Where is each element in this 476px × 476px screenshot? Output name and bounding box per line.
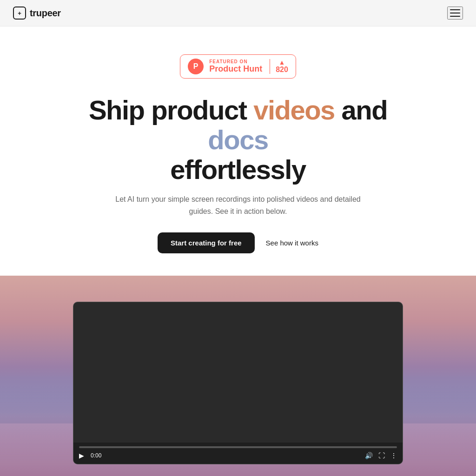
- headline-part3: effortlessly: [170, 154, 305, 185]
- navbar: + trupeer: [0, 0, 476, 26]
- logo-area: + trupeer: [13, 7, 61, 20]
- play-button[interactable]: ▶: [79, 452, 84, 459]
- cta-row: Start creating for free See how it works: [158, 232, 318, 253]
- product-hunt-logo: P: [188, 59, 204, 74]
- logo-text: trupeer: [30, 8, 61, 19]
- vote-count: 820: [276, 66, 288, 74]
- hero-subtitle: Let AI turn your simple screen recording…: [108, 193, 368, 217]
- product-hunt-name: Product Hunt: [209, 64, 262, 74]
- headline-docs: docs: [208, 125, 268, 155]
- video-left-controls: ▶ 0:00: [79, 452, 101, 459]
- hamburger-line-2: [450, 13, 460, 13]
- headline-part1: Ship product: [89, 95, 253, 125]
- video-progress-bar[interactable]: [79, 446, 397, 448]
- hamburger-line-1: [450, 9, 460, 10]
- see-how-it-works-button[interactable]: See how it works: [266, 239, 318, 247]
- hero-section: P FEATURED ON Product Hunt ▲ 820 Ship pr…: [0, 26, 476, 276]
- video-controls-row: ▶ 0:00 🔊 ⛶ ⋮: [79, 452, 397, 459]
- hero-headline: Ship product videos and docs effortlessl…: [80, 95, 396, 184]
- video-controls: ▶ 0:00 🔊 ⛶ ⋮: [73, 443, 403, 464]
- product-hunt-text: FEATURED ON Product Hunt: [209, 59, 262, 74]
- fullscreen-icon[interactable]: ⛶: [378, 452, 385, 459]
- volume-icon[interactable]: 🔊: [365, 452, 373, 459]
- headline-videos: videos: [253, 95, 335, 125]
- video-right-controls: 🔊 ⛶ ⋮: [365, 452, 397, 459]
- more-options-icon[interactable]: ⋮: [390, 452, 397, 459]
- menu-button[interactable]: [447, 7, 463, 20]
- featured-on-label: FEATURED ON: [209, 59, 247, 64]
- start-creating-button[interactable]: Start creating for free: [158, 232, 255, 253]
- video-player: ▶ 0:00 🔊 ⛶ ⋮: [73, 302, 403, 464]
- hamburger-line-3: [450, 16, 460, 17]
- product-hunt-badge[interactable]: P FEATURED ON Product Hunt ▲ 820: [180, 54, 296, 79]
- video-section: ▶ 0:00 🔊 ⛶ ⋮ Before ✨ After 📄 Docs: [0, 276, 476, 476]
- upvote-arrow: ▲: [279, 59, 285, 66]
- logo-icon: +: [13, 7, 26, 20]
- product-hunt-votes: ▲ 820: [270, 59, 288, 74]
- video-time: 0:00: [91, 452, 101, 459]
- headline-part2: and: [335, 95, 387, 125]
